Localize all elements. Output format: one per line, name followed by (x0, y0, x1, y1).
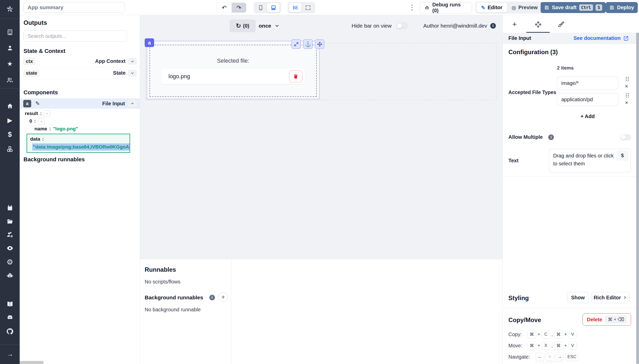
collapse-result-button[interactable]: - (44, 110, 51, 117)
data-value-selected-box[interactable]: data : "data:image/png;base64,iVBORw0KGg… (27, 134, 130, 153)
tab-styling-brush[interactable] (556, 20, 566, 29)
more-options-kebab-icon[interactable]: ⋮ (408, 3, 416, 12)
windmill-logo[interactable] (0, 0, 20, 19)
add-file-type-button[interactable]: + Add (557, 113, 618, 119)
rename-pencil-icon[interactable]: ✎ (35, 100, 40, 107)
shortcut-row-copy: Copy: ⌘ + C , ⌘ + V (508, 330, 577, 338)
chevron-up-icon (130, 101, 134, 106)
kbd-cmd: ⌘ (554, 342, 563, 350)
state-context-title: State & Context (24, 48, 65, 54)
folders-icon[interactable] (0, 217, 20, 226)
settings-gear-icon[interactable]: ⚙ (0, 258, 20, 266)
workspace-building-icon[interactable] (0, 28, 20, 37)
kbd-cmd: ⌘ (528, 342, 536, 350)
output-row-state[interactable]: state State (20, 67, 140, 79)
move-component-button[interactable] (315, 39, 324, 49)
file-name: logo.png (168, 73, 190, 80)
configuration-title: Configuration (3) (508, 49, 558, 56)
refresh-icon: ↻ (236, 22, 241, 29)
remove-type-2-icon[interactable]: × (625, 100, 628, 106)
resources-boxes-icon[interactable] (0, 145, 20, 153)
redo-button[interactable]: ↷ (232, 3, 246, 13)
deploy-button[interactable]: Deploy (606, 2, 638, 13)
author-info-icon[interactable]: i (490, 23, 496, 29)
connect-dollar-button[interactable]: $ (617, 151, 628, 160)
frequency-dropdown[interactable]: once (259, 19, 279, 32)
output-row-ctx[interactable]: ctx App Context (20, 55, 140, 67)
component-type-label: File Input (102, 101, 125, 107)
tab-component-settings[interactable] (533, 20, 543, 29)
expand-component-button[interactable] (291, 39, 301, 49)
app-summary-input[interactable] (23, 2, 125, 13)
audit-eye-icon[interactable] (0, 244, 20, 253)
drag-handle-icon[interactable] (624, 92, 630, 98)
allow-multiple-info-icon[interactable]: i (548, 134, 554, 140)
allow-multiple-label: Allow Multiple (508, 134, 543, 140)
center-content-button[interactable] (289, 3, 301, 12)
anchor-icon: ⚓ (305, 41, 311, 47)
favorites-star-icon[interactable]: ★ (0, 59, 20, 68)
refresh-button[interactable]: ↻ (0) (230, 19, 256, 32)
styling-show-button[interactable]: Show (567, 292, 589, 303)
component-row-a[interactable]: a ✎ File Input (20, 98, 140, 109)
variables-dollar-icon[interactable]: $ (0, 130, 20, 139)
debug-runs-button[interactable]: Debug runs (0) (419, 2, 472, 13)
ctx-expand-button[interactable] (128, 58, 137, 65)
mobile-view-button[interactable] (255, 3, 266, 12)
remove-file-button[interactable] (289, 71, 302, 82)
state-expand-button[interactable] (128, 70, 137, 76)
remove-type-1-icon[interactable]: × (625, 84, 628, 89)
fullscreen-button[interactable] (302, 3, 314, 12)
see-documentation-link[interactable]: See documentation (574, 35, 629, 41)
kbd-cmd: ⌘ (528, 330, 536, 338)
allow-multiple-toggle[interactable] (620, 134, 631, 140)
delete-component-button[interactable]: Delete ⌘ + ⌫ (583, 313, 631, 326)
hide-bar-toggle[interactable] (396, 22, 408, 29)
background-runnables-info-icon[interactable]: i (209, 295, 215, 300)
discord-icon[interactable] (0, 313, 20, 322)
workers-users-gear-icon[interactable] (0, 230, 20, 239)
schedules-calendar-icon[interactable] (0, 203, 20, 212)
expand-icon (294, 42, 299, 47)
anchor-component-button[interactable]: ⚓ (303, 39, 313, 49)
save-draft-button[interactable]: Save draft Ctrl S (541, 2, 606, 13)
groups-users-icon[interactable] (0, 76, 20, 84)
accepted-type-input-1[interactable] (557, 77, 618, 89)
kbd-ctrl: Ctrl (579, 4, 593, 11)
panel-scrollbar[interactable] (636, 33, 639, 364)
add-background-runnable-button[interactable]: + (219, 292, 228, 302)
tab-preview[interactable]: ◎ Preview (507, 3, 542, 13)
collapse-zero-button[interactable]: - (38, 118, 45, 124)
editor-preview-toggle: ✎ Editor ◎ Preview (475, 2, 543, 14)
horizontal-scrollbar-thumb[interactable] (20, 361, 43, 364)
tree-row-result: result : - (20, 110, 140, 117)
kbd-c: C (542, 330, 550, 338)
desktop-view-button[interactable] (267, 3, 280, 12)
rich-editor-button[interactable]: Rich Editor (591, 292, 630, 303)
component-collapse-button[interactable] (128, 100, 137, 107)
tab-insert-component[interactable]: + (509, 20, 520, 29)
drag-handle-icon[interactable] (624, 76, 630, 82)
copy-move-title: Copy/Move (508, 316, 541, 324)
undo-button[interactable]: ↶ (217, 3, 232, 13)
chevron-right-icon (623, 295, 627, 300)
canvas-topbar-right: Hide bar on view Author henri@windmill.d… (351, 19, 496, 32)
panel-title: File Input (508, 35, 531, 41)
search-outputs-input[interactable] (23, 30, 127, 42)
user-icon[interactable] (0, 44, 20, 52)
docs-book-icon[interactable] (0, 300, 20, 308)
paintbrush-icon (558, 21, 565, 28)
runs-play-icon[interactable]: ▶ (0, 116, 20, 124)
kbd-partial (545, 362, 563, 364)
github-icon[interactable] (0, 327, 20, 336)
ai-robot-icon[interactable] (0, 271, 20, 280)
home-icon[interactable] (0, 102, 20, 110)
tab-editor[interactable]: ✎ Editor (476, 3, 507, 13)
accepted-type-input-2[interactable] (557, 93, 618, 106)
panel-scrollbar-thumb[interactable] (636, 33, 639, 364)
file-input-component[interactable]: a ⚓ Selected file: logo.png (147, 41, 320, 99)
collapse-arrow-right-icon[interactable]: → (0, 350, 20, 358)
app-canvas[interactable]: ↻ (0) once Hide bar on view Author henri… (140, 15, 503, 259)
top-header: ↶ ↷ ⋮ Debug runs (0) ✎ Editor ◎ Preview (20, 0, 639, 15)
kbd-v: V (568, 342, 577, 350)
